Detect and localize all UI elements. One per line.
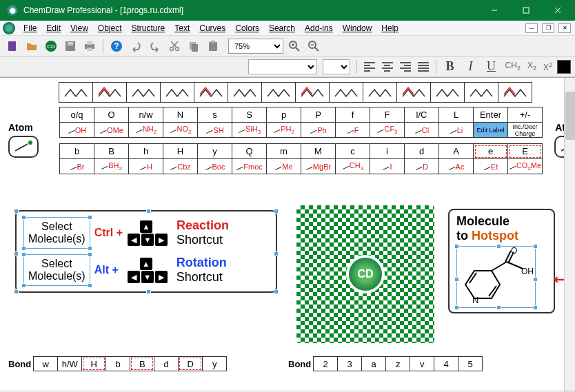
align-left-icon[interactable]: [362, 59, 377, 74]
main-toolbar: CD ? 75%: [0, 36, 575, 56]
menu-text[interactable]: Text: [170, 22, 194, 34]
bond-cell: w: [33, 356, 58, 371]
bond-cell: a: [361, 356, 386, 371]
bond-cell: 2: [313, 356, 338, 371]
atom-tool-left[interactable]: [8, 136, 39, 158]
svg-rect-19: [192, 44, 198, 52]
subscript-button[interactable]: X2: [525, 61, 538, 72]
format-toolbar: B I U CH2 X2 X2: [0, 56, 575, 77]
vertical-scrollbar[interactable]: [564, 78, 575, 391]
arrow-right-icon: ▶: [155, 234, 168, 246]
zigzag-cell: [160, 82, 194, 103]
bond-cell: 5: [458, 356, 483, 371]
key-cell: A: [439, 144, 474, 159]
molecule-structure: N O OH: [456, 246, 536, 308]
open-icon[interactable]: [23, 38, 40, 54]
key-cell: h: [129, 144, 163, 159]
cut-icon[interactable]: [166, 38, 183, 54]
bold-button[interactable]: B: [441, 59, 459, 75]
mdi-minimize-button[interactable]: —: [525, 23, 538, 33]
menu-curves[interactable]: Curves: [195, 22, 230, 34]
canvas[interactable]: Atom Ator o/qOn/wNsSpPfFl/CLEnter+/-OHOM…: [0, 77, 575, 391]
mdi-close-button[interactable]: ✕: [558, 23, 571, 33]
formula-button[interactable]: CH2: [503, 61, 523, 72]
new-doc-icon[interactable]: [4, 38, 21, 54]
key-cell: f: [336, 107, 370, 123]
arrow-right-icon-2: ▶: [155, 271, 168, 283]
zoom-in-icon[interactable]: [286, 38, 303, 54]
redo-icon[interactable]: [147, 38, 163, 54]
zoom-select[interactable]: 75%: [228, 39, 283, 54]
key-cell: M: [301, 144, 336, 159]
svg-line-37: [492, 262, 507, 271]
color-swatch[interactable]: [557, 60, 571, 74]
menu-colors[interactable]: Colors: [231, 22, 263, 34]
label-cell: Edit Label: [474, 123, 508, 138]
label-cell: H: [129, 159, 163, 174]
align-center-icon[interactable]: [380, 59, 395, 74]
size-select[interactable]: [323, 59, 350, 74]
key-cell: o/q: [60, 107, 94, 123]
minimize-button[interactable]: [478, 0, 510, 21]
reaction-label: Reaction: [176, 218, 229, 233]
align-right-icon[interactable]: [398, 59, 413, 74]
menu-search[interactable]: Search: [265, 22, 299, 34]
shortcut-label-2: Shortcut: [176, 270, 227, 285]
zigzag-cell: [194, 82, 228, 103]
menu-window[interactable]: Window: [339, 22, 376, 34]
svg-line-27: [315, 48, 319, 51]
zigzag-cell: [430, 82, 465, 103]
label-cell: Me: [267, 159, 301, 174]
superscript-button[interactable]: X2: [541, 61, 554, 72]
key-cell: O: [94, 107, 129, 123]
menu-view[interactable]: View: [66, 22, 92, 34]
key-cell: m: [267, 144, 301, 159]
key-cell: l/C: [405, 107, 439, 123]
bond-cell: H: [81, 356, 106, 371]
close-button[interactable]: [542, 0, 574, 21]
arrow-down-icon: ▼: [141, 234, 154, 246]
molecule-title-1: Molecule: [456, 214, 510, 228]
label-cell: D: [405, 159, 439, 174]
align-justify-icon[interactable]: [416, 59, 431, 74]
label-cell: Br: [60, 159, 94, 174]
maximize-button[interactable]: [510, 0, 542, 21]
bond-cell: z: [385, 356, 410, 371]
key-cell: F: [370, 107, 405, 123]
undo-icon[interactable]: [128, 38, 144, 54]
menu-help[interactable]: Help: [377, 22, 403, 34]
help-icon[interactable]: ?: [108, 38, 125, 54]
chemdraw-icon[interactable]: CD: [43, 38, 59, 54]
label-cell: MgBr: [301, 159, 336, 174]
label-cell: Inc./Decr Charge: [508, 123, 543, 138]
label-cell: CF3: [370, 123, 405, 138]
italic-button[interactable]: I: [462, 59, 480, 75]
menu-object[interactable]: Object: [94, 22, 126, 34]
select-molecules-1: SelectMolecule(s): [23, 217, 90, 249]
menu-addins[interactable]: Add-ins: [301, 22, 337, 34]
key-cell: Enter: [474, 107, 508, 123]
key-cell: d: [405, 144, 439, 159]
menu-edit[interactable]: Edit: [42, 22, 65, 34]
paste-icon[interactable]: [205, 38, 221, 54]
label-cell: F: [336, 123, 370, 138]
save-icon[interactable]: [62, 38, 79, 54]
menu-structure[interactable]: Structure: [128, 22, 170, 34]
menu-file[interactable]: File: [19, 22, 41, 34]
label-cell: Boc: [198, 159, 232, 174]
svg-rect-4: [8, 41, 16, 51]
zigzag-cell: [261, 82, 296, 103]
key-cell: i: [370, 144, 405, 159]
copy-icon[interactable]: [185, 38, 202, 54]
svg-text:?: ?: [114, 41, 119, 51]
mdi-restore-button[interactable]: ❐: [542, 23, 554, 33]
zoom-out-icon[interactable]: [305, 38, 322, 54]
label-cell: SiH3: [232, 123, 267, 138]
key-cell: b: [60, 144, 94, 159]
svg-line-29: [15, 144, 28, 151]
bond-cell: 4: [434, 356, 458, 371]
print-icon[interactable]: [81, 38, 98, 54]
font-select[interactable]: [248, 59, 317, 74]
underline-button[interactable]: U: [483, 59, 501, 75]
shortcut-label-1: Shortcut: [176, 233, 229, 247]
